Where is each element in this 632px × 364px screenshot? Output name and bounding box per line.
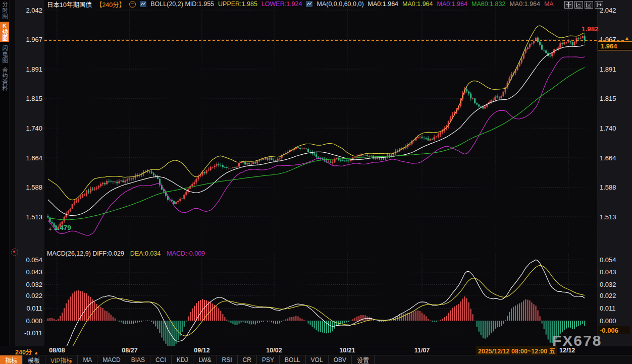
period-label[interactable]: 【240分】 [96, 0, 125, 9]
toolbar-button-3[interactable]: MA [78, 355, 97, 364]
indicator-toolbar: 指标模板VIP指标MAMACDBIASCCIKDJLW&RSICRPSYBOLL… [0, 355, 632, 364]
boll-indicator-icon[interactable] [140, 1, 146, 7]
macd-legend: MACD(26,12,9) DIFF:0.029 DEA:0.034 MACD:… [47, 250, 205, 257]
svg-text:1.891: 1.891 [26, 66, 42, 73]
ma-value-3: MA60:1.832 [471, 1, 505, 8]
toolbar-button-6[interactable]: CCI [150, 355, 172, 364]
move-icon[interactable] [564, 1, 573, 9]
svg-text:1.740: 1.740 [600, 125, 616, 132]
svg-text:1.588: 1.588 [26, 184, 42, 191]
toolbar-button-0[interactable]: 指标 [0, 355, 23, 364]
current-price-box: 1.964 [598, 41, 632, 50]
svg-text:0.011: 0.011 [600, 305, 616, 312]
chart-canvas[interactable]: 2.0422.0421.9671.9671.8911.8911.8151.815… [0, 0, 632, 346]
ma-values: MA0:1.964MA0:1.964MA0:1.964MA60:1.832MA0… [368, 1, 554, 8]
sidebar-item-2[interactable]: 闪电图 [0, 44, 9, 65]
toolbar-button-7[interactable]: KDJ [172, 355, 194, 364]
macd-hist-value: MACD:-0.009 [167, 250, 205, 257]
ma-params-label: MA(0,0,0,60,0,0) [317, 1, 363, 8]
collapse-icon[interactable]: − [129, 1, 136, 8]
sidebar-item-0[interactable]: 分时图 [0, 1, 9, 20]
svg-text:0.000: 0.000 [600, 317, 616, 325]
pan-right-icon[interactable] [595, 1, 603, 9]
price-up-arrow-icon: ▲ [624, 35, 629, 41]
toolbar-button-15[interactable]: 设置 [352, 355, 375, 364]
svg-text:0.043: 0.043 [26, 268, 42, 276]
svg-text:1.815: 1.815 [26, 95, 42, 102]
svg-text:1.891: 1.891 [600, 66, 616, 73]
ma-value-5: MA [544, 1, 554, 8]
chart-header: 日本10年期国债 【240分】 − BOLL(20,2) MID:1.955 U… [47, 1, 554, 8]
svg-text:-0.011: -0.011 [24, 329, 42, 337]
toolbar-button-2[interactable]: VIP指标 [45, 355, 78, 364]
date-tick-label: 10/02 [266, 347, 282, 354]
svg-text:0.054: 0.054 [600, 256, 616, 264]
svg-text:2.042: 2.042 [26, 7, 42, 14]
svg-text:0.043: 0.043 [600, 268, 616, 276]
svg-text:0.000: 0.000 [26, 317, 42, 325]
toolbar-button-4[interactable]: MACD [97, 355, 126, 364]
toolbar-button-8[interactable]: LW& [193, 355, 217, 364]
toolbar-button-10[interactable]: CR [238, 355, 257, 364]
session-low-label: 1.479 [54, 224, 71, 231]
session-time-label: 2025/12/12 08:00~12:00 五 [476, 346, 557, 355]
svg-text:0.032: 0.032 [26, 281, 42, 288]
svg-text:0.054: 0.054 [26, 256, 42, 264]
indicator-marker-icon[interactable] [11, 249, 18, 256]
toolbar-button-1[interactable]: 模板 [23, 355, 45, 364]
zoom-out-chart-icon[interactable] [574, 1, 583, 9]
svg-text:1.664: 1.664 [600, 154, 616, 162]
date-tick-label: 08/08 [49, 347, 65, 354]
toolbar-button-9[interactable]: RSI [217, 355, 238, 364]
macd-current-value-box: -0.006 [598, 326, 630, 334]
watermark: FX678 [552, 332, 602, 349]
chart-window-controls [564, 1, 603, 9]
macd-name: MACD(26,12,9) DIFF:0.029 [47, 250, 124, 257]
svg-text:1.513: 1.513 [26, 213, 42, 221]
boll-lower-value: LOWER:1.924 [261, 1, 302, 8]
ma-value-4: MA0:1.964 [509, 1, 540, 8]
svg-text:0.022: 0.022 [600, 292, 616, 299]
svg-text:1.513: 1.513 [600, 213, 616, 221]
zoom-in-chart-icon[interactable] [585, 1, 593, 9]
toolbar-button-12[interactable]: BOLL [280, 355, 306, 364]
date-tick-label: 10/21 [339, 347, 355, 354]
session-high-label: 1.982 [582, 25, 599, 33]
ma-value-1: MA0:1.964 [402, 1, 433, 8]
sidebar-item-1[interactable]: K线图 [0, 22, 9, 42]
svg-text:1.967: 1.967 [26, 36, 42, 43]
date-tick-label: 08/27 [122, 347, 137, 354]
ma-value-2: MA0:1.964 [437, 1, 467, 8]
svg-text:1.815: 1.815 [600, 95, 616, 102]
xaxis-row: 240分 ▲ 08/0808/2709/1210/0210/2111/07 20… [0, 346, 632, 355]
ma-value-0: MA0:1.964 [368, 1, 398, 8]
date-tick-label: 09/12 [194, 347, 209, 354]
boll-upper-value: UPPER:1.985 [218, 1, 257, 8]
toolbar-button-13[interactable]: VOL [306, 355, 329, 364]
toolbar-button-5[interactable]: BIAS [126, 355, 150, 364]
toolbar-button-14[interactable]: OBV [329, 355, 352, 364]
svg-text:0.032: 0.032 [600, 281, 616, 288]
macd-dea-value: DEA:0.034 [130, 250, 161, 257]
date-tick-label: 11/07 [414, 347, 430, 354]
svg-text:0.011: 0.011 [26, 305, 42, 312]
ma-indicator-icon[interactable] [306, 1, 312, 7]
boll-label: BOLL(20,2) MID:1.955 [150, 1, 214, 8]
svg-text:1.588: 1.588 [600, 184, 616, 191]
chart-mode-sidebar: 分时图K线图闪电图合约资料 [0, 0, 10, 346]
sidebar-item-3[interactable]: 合约资料 [0, 66, 9, 92]
instrument-title: 日本10年期国债 [47, 0, 92, 9]
svg-text:1.664: 1.664 [26, 154, 42, 162]
low-plus-marker: + [48, 226, 51, 232]
svg-text:0.022: 0.022 [26, 292, 42, 299]
svg-text:1.740: 1.740 [26, 125, 42, 132]
trading-app-window: 2.0422.0421.9671.9671.8911.8911.8151.815… [0, 0, 632, 364]
toolbar-button-11[interactable]: PSY [257, 355, 280, 364]
